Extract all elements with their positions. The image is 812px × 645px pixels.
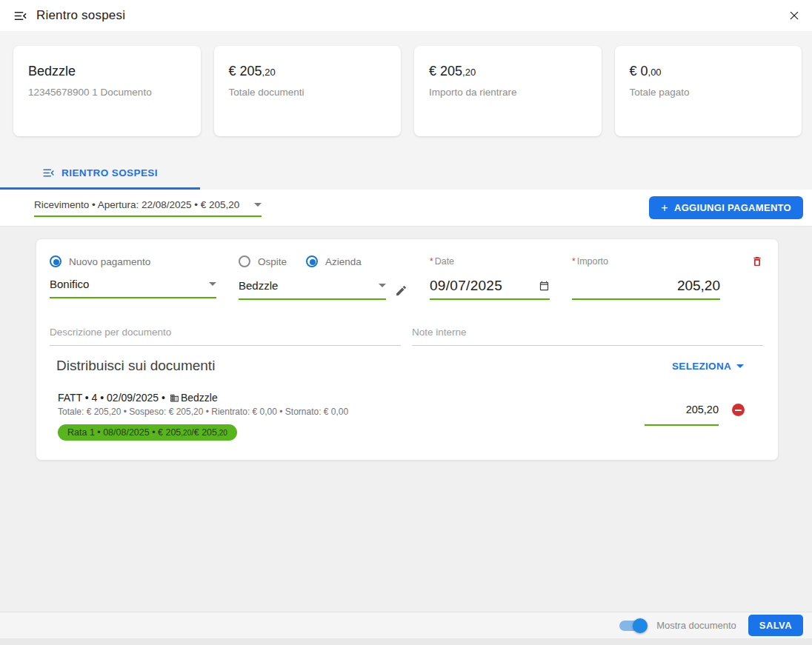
dialog-footer: Mostra documento SALVA — [0, 612, 812, 638]
building-icon — [170, 393, 179, 403]
total-paid-card: € 0,00 Totale pagato — [615, 46, 802, 136]
select-underline — [239, 298, 386, 300]
show-document-toggle[interactable] — [619, 621, 646, 631]
tab-bar: RIENTRO SOSPESI — [0, 156, 812, 190]
seleziona-button[interactable]: SELEZIONA — [672, 361, 744, 372]
description-input[interactable] — [50, 327, 401, 338]
tab-active-indicator — [0, 187, 200, 190]
tab-label: RIENTRO SOSPESI — [61, 167, 158, 178]
menu-open-icon — [42, 167, 55, 179]
chevron-down-icon — [736, 364, 744, 368]
menu-open-icon[interactable] — [13, 9, 27, 23]
guest-radio[interactable]: Ospite — [239, 255, 287, 267]
chevron-down-icon — [379, 284, 386, 287]
amount-to-return-label: Importo da rientrare — [429, 87, 587, 98]
amount-field-label: *Importo — [572, 256, 720, 267]
required-asterisk: * — [572, 256, 576, 267]
field-underline — [645, 424, 719, 426]
payment-method-select[interactable]: Bonifico — [50, 278, 216, 300]
document-row: FATT • 4 • 02/09/2025 • Bedzzle Totale: … — [50, 392, 763, 441]
add-payment-button[interactable]: + AGGIUNGI PAGAMENTO — [649, 196, 803, 219]
select-underline — [50, 297, 216, 298]
description-field — [50, 325, 401, 346]
payer-value: Bedzzle — [239, 279, 278, 292]
guest-label: Ospite — [258, 256, 287, 267]
distribution-amount-field — [645, 404, 719, 426]
dialog-title: Rientro sospesi — [36, 8, 125, 23]
delete-payment-icon[interactable] — [751, 255, 763, 267]
installment-chip[interactable]: Rata 1 • 08/08/2025 • € 205,20/€ 205,20 — [58, 424, 237, 441]
amount-input[interactable] — [572, 278, 720, 298]
distribution-amount-input[interactable] — [645, 404, 719, 415]
new-payment-label: Nuovo pagamento — [69, 256, 150, 267]
payment-method-value: Bonifico — [50, 278, 89, 290]
total-paid-label: Totale pagato — [630, 87, 788, 98]
reservation-select[interactable]: Ricevimento • Apertura: 22/08/2025 • € 2… — [34, 199, 262, 217]
notes-input[interactable] — [412, 327, 763, 338]
chevron-down-icon — [254, 203, 262, 207]
total-paid-amount: € 0,00 — [630, 64, 788, 79]
calendar-icon[interactable] — [539, 281, 550, 292]
select-underline — [34, 215, 262, 217]
show-document-label: Mostra documento — [656, 620, 736, 631]
amount-to-return-amount: € 205,20 — [429, 64, 587, 79]
field-underline — [430, 298, 550, 300]
document-company: Bedzzle — [181, 392, 218, 404]
payment-form-card: Nuovo pagamento Ospite Azienda *Date — [36, 238, 779, 461]
rientro-sospesi-dialog: Rientro sospesi Bedzzle 12345678900 1 Do… — [0, 0, 812, 645]
radio-unselected-icon — [239, 255, 250, 267]
document-totals: Totale: € 205,20 • Sospeso: € 205,20 • R… — [58, 407, 645, 417]
required-asterisk: * — [430, 256, 433, 267]
notes-field — [412, 325, 763, 346]
amount-field — [572, 278, 720, 300]
toolbar-row: Ricevimento • Apertura: 22/08/2025 • € 2… — [0, 190, 812, 227]
tab-rientro-sospesi[interactable]: RIENTRO SOSPESI — [0, 156, 200, 190]
field-underline — [572, 298, 720, 300]
company-details: 12345678900 1 Documento — [28, 87, 186, 98]
company-card: Bedzzle 12345678900 1 Documento — [13, 46, 201, 136]
save-button[interactable]: SALVA — [748, 615, 803, 636]
radio-selected-icon — [306, 255, 318, 267]
chevron-down-icon — [209, 282, 216, 286]
dialog-header: Rientro sospesi — [0, 0, 812, 31]
radio-selected-icon — [50, 255, 61, 267]
reservation-select-value: Ricevimento • Apertura: 22/08/2025 • € 2… — [34, 199, 239, 210]
amount-to-return-card: € 205,20 Importo da rientrare — [414, 46, 602, 136]
content-area: Nuovo pagamento Ospite Azienda *Date — [0, 227, 812, 612]
date-field — [430, 278, 550, 300]
new-payment-radio[interactable]: Nuovo pagamento — [50, 255, 216, 267]
date-input[interactable] — [430, 278, 517, 294]
total-documents-amount: € 205,20 — [229, 64, 387, 79]
document-title: FATT • 4 • 02/09/2025 • Bedzzle — [58, 392, 645, 404]
summary-cards: Bedzzle 12345678900 1 Documento € 205,20… — [0, 31, 812, 156]
distribute-title: Distribuisci sui documenti — [56, 358, 215, 374]
close-icon[interactable] — [788, 10, 800, 21]
edit-payer-icon[interactable] — [395, 284, 407, 300]
plus-icon: + — [661, 201, 668, 215]
company-label: Azienda — [325, 256, 362, 267]
toggle-thumb — [633, 618, 648, 633]
total-documents-label: Totale documenti — [229, 87, 387, 98]
bottom-strip — [0, 638, 812, 645]
date-field-label: *Date — [430, 256, 550, 267]
company-name: Bedzzle — [28, 64, 186, 79]
company-radio[interactable]: Azienda — [306, 255, 362, 267]
remove-distribution-icon[interactable] — [732, 404, 745, 416]
total-documents-card: € 205,20 Totale documenti — [214, 46, 402, 136]
payer-select[interactable]: Bedzzle — [239, 279, 386, 300]
